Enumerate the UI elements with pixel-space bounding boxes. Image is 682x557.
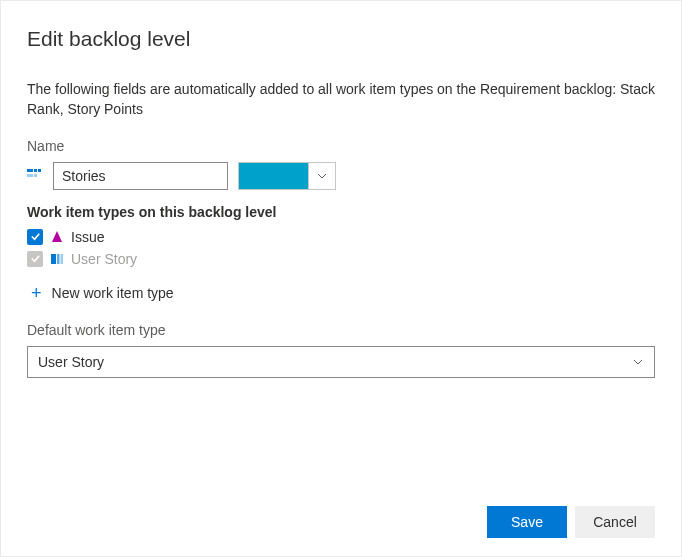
chevron-down-icon: [632, 356, 644, 368]
cancel-button[interactable]: Cancel: [575, 506, 655, 538]
color-picker[interactable]: [238, 162, 336, 190]
checkbox-issue[interactable]: [27, 229, 43, 245]
default-wit-value: User Story: [38, 354, 104, 370]
backlog-level-icon: [27, 168, 43, 184]
description-text: The following fields are automatically a…: [27, 79, 655, 120]
checkbox-user-story: [27, 251, 43, 267]
default-wit-select[interactable]: User Story: [27, 346, 655, 378]
default-wit-label: Default work item type: [27, 322, 655, 338]
save-button[interactable]: Save: [487, 506, 567, 538]
svg-rect-5: [51, 254, 56, 264]
svg-rect-2: [38, 169, 41, 172]
work-item-type-list: Issue User Story: [27, 226, 655, 270]
wit-section-heading: Work item types on this backlog level: [27, 204, 655, 220]
name-input[interactable]: [53, 162, 228, 190]
svg-rect-3: [27, 174, 33, 177]
wit-name: User Story: [71, 251, 137, 267]
svg-rect-6: [57, 254, 60, 264]
svg-rect-1: [34, 169, 37, 172]
issue-icon: [49, 229, 65, 245]
wit-name: Issue: [71, 229, 104, 245]
chevron-down-icon[interactable]: [308, 163, 335, 189]
color-swatch: [239, 163, 308, 189]
wit-row-issue: Issue: [27, 226, 655, 248]
svg-rect-4: [34, 174, 37, 177]
plus-icon: +: [31, 284, 42, 302]
add-work-item-type-button[interactable]: + New work item type: [27, 278, 655, 322]
user-story-icon: [49, 251, 65, 267]
svg-rect-0: [27, 169, 33, 172]
dialog-title: Edit backlog level: [27, 27, 655, 51]
svg-rect-7: [61, 254, 64, 264]
add-label: New work item type: [52, 285, 174, 301]
name-label: Name: [27, 138, 655, 154]
wit-row-user-story: User Story: [27, 248, 655, 270]
